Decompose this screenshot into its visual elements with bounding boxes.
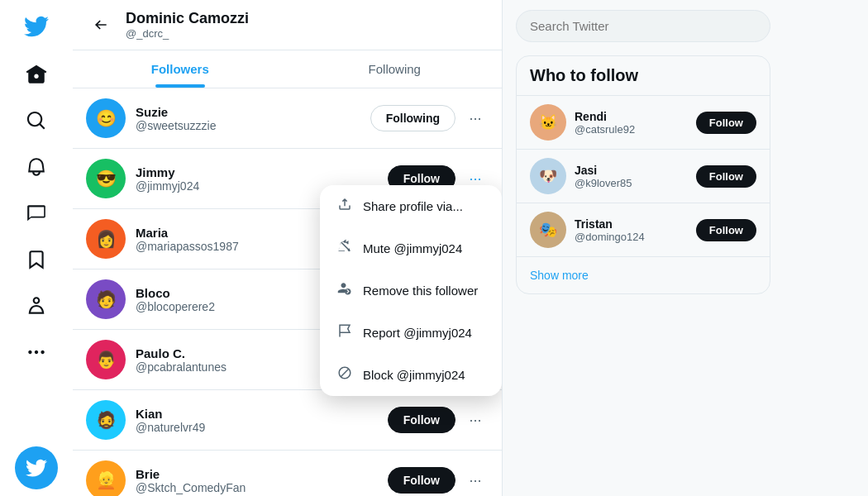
- following-button[interactable]: Following: [370, 105, 455, 131]
- follower-name: Kian: [136, 407, 388, 421]
- suggestion-name: Rendi: [575, 110, 696, 123]
- avatar: 👨: [86, 340, 126, 379]
- tabs-bar: Followers Following: [73, 50, 502, 88]
- avatar: 🎭: [530, 212, 566, 248]
- remove-follower-item[interactable]: Remove this follower: [320, 269, 502, 312]
- avatar: 😊: [86, 98, 126, 138]
- follower-name: Brie: [136, 467, 388, 481]
- who-to-follow-panel: Who to follow 🐱 Rendi @catsrule92 Follow…: [516, 55, 770, 294]
- avatar: 🐶: [530, 158, 566, 194]
- suggestion-handle: @catsrule92: [575, 123, 696, 136]
- sidebar-item-more[interactable]: [15, 331, 58, 374]
- sidebar-item-tweet[interactable]: [15, 446, 58, 489]
- wtf-follow-button[interactable]: Follow: [696, 165, 756, 188]
- sidebar-item-profile[interactable]: [15, 284, 58, 327]
- avatar: 🐱: [530, 104, 566, 141]
- avatar: 👩: [86, 219, 126, 259]
- wtf-follow-button[interactable]: Follow: [696, 219, 756, 241]
- more-options-button[interactable]: ···: [462, 467, 489, 494]
- followers-list: 😊 Suzie @sweetsuzzzie Following ··· 😎 Ji…: [73, 88, 502, 496]
- profile-header: Dominic Camozzi @_dcrc_: [73, 0, 502, 50]
- share-icon: [336, 197, 353, 216]
- share-profile-item[interactable]: Share profile via...: [320, 185, 502, 227]
- wtf-item[interactable]: 🐱 Rendi @catsrule92 Follow: [517, 95, 770, 149]
- block-label: Block @jimmyj024: [363, 368, 465, 382]
- tab-following[interactable]: Following: [288, 50, 503, 88]
- profile-handle: @_dcrc_: [126, 27, 249, 40]
- follower-name: Jimmy: [136, 165, 388, 179]
- follower-item: 😎 Jimmy @jimmyj024 Follow ··· Share prof…: [73, 149, 502, 209]
- sidebar-item-notifications[interactable]: [15, 145, 58, 188]
- sidebar-item-bookmarks[interactable]: [15, 238, 58, 281]
- remove-follower-icon: [336, 281, 353, 300]
- follower-item: 😊 Suzie @sweetsuzzzie Following ···: [73, 88, 502, 149]
- context-menu: Share profile via... Mute @jimmyj024 Rem…: [320, 185, 502, 396]
- follower-name: Suzie: [136, 105, 370, 119]
- tab-followers[interactable]: Followers: [73, 50, 288, 88]
- more-options-button[interactable]: ···: [462, 105, 489, 131]
- block-item[interactable]: Block @jimmyj024: [320, 354, 502, 396]
- avatar: 😎: [86, 159, 126, 198]
- search-input[interactable]: [516, 10, 770, 42]
- block-icon: [336, 365, 353, 384]
- wtf-item[interactable]: 🎭 Tristan @domingo124 Follow: [517, 203, 770, 256]
- twitter-logo[interactable]: [17, 7, 56, 46]
- back-button[interactable]: [86, 10, 116, 40]
- suggestion-name: Jasi: [575, 164, 696, 177]
- report-icon: [336, 323, 353, 342]
- center-column: Dominic Camozzi @_dcrc_ Followers Follow…: [73, 0, 503, 496]
- sidebar-item-explore[interactable]: [15, 99, 58, 142]
- wtf-title: Who to follow: [517, 56, 770, 95]
- follow-button[interactable]: Follow: [388, 467, 455, 494]
- wtf-follow-button[interactable]: Follow: [696, 112, 756, 134]
- suggestion-handle: @k9lover85: [575, 177, 696, 189]
- suggestion-handle: @domingo124: [575, 231, 696, 243]
- follow-button[interactable]: Follow: [388, 407, 455, 433]
- follower-handle: @Sktch_ComedyFan: [136, 481, 388, 494]
- follower-item: 🧔 Kian @naturelvr49 Follow ···: [73, 390, 502, 451]
- report-item[interactable]: Report @jimmyj024: [320, 312, 502, 354]
- avatar: 🧑: [86, 279, 126, 319]
- sidebar-item-messages[interactable]: [15, 192, 58, 235]
- follower-handle: @sweetsuzzzie: [136, 119, 370, 132]
- main-wrapper: Dominic Camozzi @_dcrc_ Followers Follow…: [73, 0, 868, 496]
- right-sidebar: Who to follow 🐱 Rendi @catsrule92 Follow…: [503, 0, 784, 496]
- follower-handle: @naturelvr49: [136, 421, 388, 434]
- suggestion-name: Tristan: [575, 217, 696, 231]
- show-more-link[interactable]: Show more: [517, 256, 770, 293]
- more-options-button[interactable]: ···: [462, 407, 489, 433]
- mute-item[interactable]: Mute @jimmyj024: [320, 227, 502, 269]
- mute-icon: [336, 239, 353, 258]
- mute-label: Mute @jimmyj024: [363, 241, 462, 255]
- profile-name: Dominic Camozzi: [126, 10, 249, 27]
- share-profile-label: Share profile via...: [363, 199, 463, 213]
- sidebar: [0, 0, 73, 496]
- wtf-item[interactable]: 🐶 Jasi @k9lover85 Follow: [517, 149, 770, 203]
- follower-item: 👱 Brie @Sktch_ComedyFan Follow ···: [73, 451, 502, 496]
- sidebar-item-home[interactable]: [15, 53, 58, 96]
- report-label: Report @jimmyj024: [363, 326, 472, 340]
- avatar: 🧔: [86, 400, 126, 440]
- avatar: 👱: [86, 460, 126, 496]
- remove-follower-label: Remove this follower: [363, 284, 478, 298]
